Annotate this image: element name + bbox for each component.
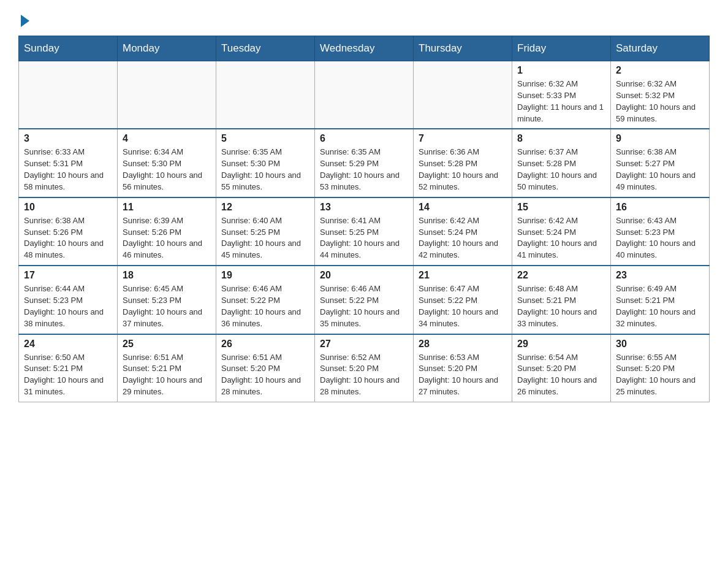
weekday-header-wednesday: Wednesday: [315, 36, 414, 61]
day-number: 15: [517, 202, 605, 213]
calendar-cell: 30Sunrise: 6:55 AM Sunset: 5:20 PM Dayli…: [611, 334, 710, 402]
day-number: 27: [320, 339, 408, 350]
calendar-cell: 19Sunrise: 6:46 AM Sunset: 5:22 PM Dayli…: [216, 266, 315, 334]
weekday-header-monday: Monday: [118, 36, 216, 61]
day-number: 24: [24, 339, 112, 350]
calendar-cell: [414, 61, 512, 129]
page-header: [18, 12, 710, 25]
day-info: Sunrise: 6:35 AM Sunset: 5:30 PM Dayligh…: [221, 147, 309, 193]
day-info: Sunrise: 6:45 AM Sunset: 5:23 PM Dayligh…: [123, 283, 211, 329]
day-number: 25: [123, 339, 211, 350]
day-number: 20: [320, 270, 408, 281]
day-number: 4: [123, 133, 211, 144]
calendar-cell: 7Sunrise: 6:36 AM Sunset: 5:28 PM Daylig…: [414, 129, 512, 197]
day-info: Sunrise: 6:39 AM Sunset: 5:26 PM Dayligh…: [123, 215, 211, 261]
day-info: Sunrise: 6:49 AM Sunset: 5:21 PM Dayligh…: [616, 283, 704, 329]
calendar-cell: 16Sunrise: 6:43 AM Sunset: 5:23 PM Dayli…: [611, 197, 710, 266]
calendar-cell: [19, 61, 118, 129]
day-info: Sunrise: 6:34 AM Sunset: 5:30 PM Dayligh…: [123, 147, 211, 193]
day-number: 17: [24, 270, 112, 281]
calendar-cell: 10Sunrise: 6:38 AM Sunset: 5:26 PM Dayli…: [19, 197, 118, 266]
day-number: 21: [419, 270, 507, 281]
day-number: 22: [517, 270, 605, 281]
calendar-cell: 17Sunrise: 6:44 AM Sunset: 5:23 PM Dayli…: [19, 266, 118, 334]
calendar-cell: 15Sunrise: 6:42 AM Sunset: 5:24 PM Dayli…: [512, 197, 611, 266]
day-number: 5: [221, 133, 309, 144]
calendar-cell: 8Sunrise: 6:37 AM Sunset: 5:28 PM Daylig…: [512, 129, 611, 197]
calendar-cell: 26Sunrise: 6:51 AM Sunset: 5:20 PM Dayli…: [216, 334, 315, 402]
day-info: Sunrise: 6:55 AM Sunset: 5:20 PM Dayligh…: [616, 352, 704, 398]
calendar-cell: 5Sunrise: 6:35 AM Sunset: 5:30 PM Daylig…: [216, 129, 315, 197]
day-number: 1: [517, 65, 605, 76]
day-info: Sunrise: 6:38 AM Sunset: 5:26 PM Dayligh…: [24, 215, 112, 261]
day-info: Sunrise: 6:36 AM Sunset: 5:28 PM Dayligh…: [419, 147, 507, 193]
day-info: Sunrise: 6:50 AM Sunset: 5:21 PM Dayligh…: [24, 352, 112, 398]
day-info: Sunrise: 6:51 AM Sunset: 5:20 PM Dayligh…: [221, 352, 309, 398]
day-number: 13: [320, 202, 408, 213]
weekday-header-row: SundayMondayTuesdayWednesdayThursdayFrid…: [19, 36, 710, 61]
day-info: Sunrise: 6:33 AM Sunset: 5:31 PM Dayligh…: [24, 147, 112, 193]
day-info: Sunrise: 6:43 AM Sunset: 5:23 PM Dayligh…: [616, 215, 704, 261]
calendar-week-2: 3Sunrise: 6:33 AM Sunset: 5:31 PM Daylig…: [19, 129, 710, 197]
calendar-cell: 25Sunrise: 6:51 AM Sunset: 5:21 PM Dayli…: [118, 334, 216, 402]
day-number: 30: [616, 339, 704, 350]
calendar-cell: 22Sunrise: 6:48 AM Sunset: 5:21 PM Dayli…: [512, 266, 611, 334]
calendar-week-5: 24Sunrise: 6:50 AM Sunset: 5:21 PM Dayli…: [19, 334, 710, 402]
day-info: Sunrise: 6:44 AM Sunset: 5:23 PM Dayligh…: [24, 283, 112, 329]
logo-arrow-icon: [21, 15, 29, 27]
day-number: 28: [419, 339, 507, 350]
day-info: Sunrise: 6:42 AM Sunset: 5:24 PM Dayligh…: [517, 215, 605, 261]
day-info: Sunrise: 6:51 AM Sunset: 5:21 PM Dayligh…: [123, 352, 211, 398]
day-number: 14: [419, 202, 507, 213]
day-info: Sunrise: 6:41 AM Sunset: 5:25 PM Dayligh…: [320, 215, 408, 261]
day-info: Sunrise: 6:40 AM Sunset: 5:25 PM Dayligh…: [221, 215, 309, 261]
calendar-cell: 2Sunrise: 6:32 AM Sunset: 5:32 PM Daylig…: [611, 61, 710, 129]
day-info: Sunrise: 6:38 AM Sunset: 5:27 PM Dayligh…: [616, 147, 704, 193]
day-info: Sunrise: 6:46 AM Sunset: 5:22 PM Dayligh…: [221, 283, 309, 329]
day-number: 16: [616, 202, 704, 213]
calendar-cell: 6Sunrise: 6:35 AM Sunset: 5:29 PM Daylig…: [315, 129, 414, 197]
day-info: Sunrise: 6:35 AM Sunset: 5:29 PM Dayligh…: [320, 147, 408, 193]
calendar-cell: 14Sunrise: 6:42 AM Sunset: 5:24 PM Dayli…: [414, 197, 512, 266]
calendar-cell: 11Sunrise: 6:39 AM Sunset: 5:26 PM Dayli…: [118, 197, 216, 266]
calendar-week-1: 1Sunrise: 6:32 AM Sunset: 5:33 PM Daylig…: [19, 61, 710, 129]
weekday-header-tuesday: Tuesday: [216, 36, 315, 61]
calendar-week-3: 10Sunrise: 6:38 AM Sunset: 5:26 PM Dayli…: [19, 197, 710, 266]
day-number: 6: [320, 133, 408, 144]
calendar-cell: 13Sunrise: 6:41 AM Sunset: 5:25 PM Dayli…: [315, 197, 414, 266]
calendar-cell: 23Sunrise: 6:49 AM Sunset: 5:21 PM Dayli…: [611, 266, 710, 334]
calendar-table: SundayMondayTuesdayWednesdayThursdayFrid…: [18, 36, 710, 402]
day-number: 7: [419, 133, 507, 144]
calendar-cell: 1Sunrise: 6:32 AM Sunset: 5:33 PM Daylig…: [512, 61, 611, 129]
logo: [18, 12, 29, 25]
day-info: Sunrise: 6:46 AM Sunset: 5:22 PM Dayligh…: [320, 283, 408, 329]
day-number: 8: [517, 133, 605, 144]
day-number: 26: [221, 339, 309, 350]
calendar-cell: 28Sunrise: 6:53 AM Sunset: 5:20 PM Dayli…: [414, 334, 512, 402]
calendar-cell: 3Sunrise: 6:33 AM Sunset: 5:31 PM Daylig…: [19, 129, 118, 197]
day-info: Sunrise: 6:52 AM Sunset: 5:20 PM Dayligh…: [320, 352, 408, 398]
calendar-cell: [118, 61, 216, 129]
weekday-header-sunday: Sunday: [19, 36, 118, 61]
day-info: Sunrise: 6:54 AM Sunset: 5:20 PM Dayligh…: [517, 352, 605, 398]
calendar-cell: 20Sunrise: 6:46 AM Sunset: 5:22 PM Dayli…: [315, 266, 414, 334]
weekday-header-thursday: Thursday: [414, 36, 512, 61]
day-info: Sunrise: 6:32 AM Sunset: 5:32 PM Dayligh…: [616, 79, 704, 124]
day-number: 9: [616, 133, 704, 144]
calendar-cell: [216, 61, 315, 129]
day-number: 18: [123, 270, 211, 281]
day-number: 19: [221, 270, 309, 281]
day-info: Sunrise: 6:48 AM Sunset: 5:21 PM Dayligh…: [517, 283, 605, 329]
day-info: Sunrise: 6:42 AM Sunset: 5:24 PM Dayligh…: [419, 215, 507, 261]
calendar-cell: 24Sunrise: 6:50 AM Sunset: 5:21 PM Dayli…: [19, 334, 118, 402]
calendar-week-4: 17Sunrise: 6:44 AM Sunset: 5:23 PM Dayli…: [19, 266, 710, 334]
weekday-header-saturday: Saturday: [611, 36, 710, 61]
day-info: Sunrise: 6:37 AM Sunset: 5:28 PM Dayligh…: [517, 147, 605, 193]
day-number: 29: [517, 339, 605, 350]
day-info: Sunrise: 6:53 AM Sunset: 5:20 PM Dayligh…: [419, 352, 507, 398]
calendar-cell: 4Sunrise: 6:34 AM Sunset: 5:30 PM Daylig…: [118, 129, 216, 197]
calendar-cell: 18Sunrise: 6:45 AM Sunset: 5:23 PM Dayli…: [118, 266, 216, 334]
day-number: 12: [221, 202, 309, 213]
calendar-cell: 27Sunrise: 6:52 AM Sunset: 5:20 PM Dayli…: [315, 334, 414, 402]
calendar-cell: 21Sunrise: 6:47 AM Sunset: 5:22 PM Dayli…: [414, 266, 512, 334]
